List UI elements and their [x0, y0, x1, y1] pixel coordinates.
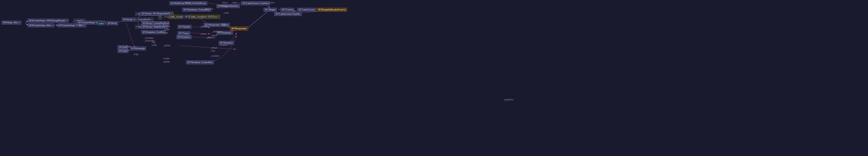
- label-translate: _translate: [144, 37, 153, 39]
- node-SFYTracer[interactable]: SFYTracer: [178, 31, 190, 35]
- label-graphics-detected: graphics: [505, 98, 514, 101]
- label-distributor: _distributor: [212, 30, 222, 33]
- node-SFXArray[interactable]: SFXArray: [106, 22, 118, 25]
- node-T: T: [158, 15, 162, 19]
- node-SFXRGBColor[interactable]: SFXRGBColor: [191, 1, 207, 5]
- label-real: _real: [210, 50, 215, 52]
- label-focus: focus: [223, 1, 228, 4]
- label-font: _font: [163, 32, 168, 34]
- label-virtual: _virtual: [210, 46, 217, 49]
- label-color-sfxrgb: _color: [183, 1, 189, 4]
- label-node-2: _node: [163, 28, 169, 31]
- node-SFXGraphics[interactable]: SFXGraphics: [177, 35, 191, 39]
- node-SFAHeap[interactable]: SFAHeap< Alloc >: [2, 21, 21, 24]
- label-flag: _flag: [221, 23, 225, 26]
- label-color-label: _color: [269, 1, 274, 4]
- svg-line-1: [25, 23, 28, 25]
- label-node-1: _node: [163, 22, 169, 24]
- label-color-top: _color: [231, 1, 237, 4]
- node-SFXRectangle[interactable]: SFXRectangle: [130, 46, 146, 50]
- label-render: render: [163, 57, 169, 60]
- node-SFYLabelControl[interactable]: SFYLabelControl: [298, 8, 316, 11]
- node-SFAClusterHeap-SFD[interactable]: SFAClusterHeap< SFDDebugAllocator >: [28, 19, 68, 23]
- label-renderer: _renderer: [219, 44, 228, 46]
- node-SFYLabelControl-KeyRec[interactable]: SFYLabelControl::KeyRec: [274, 12, 302, 16]
- label-size: _size: [125, 49, 130, 52]
- node-buffer: buffer: [98, 22, 105, 26]
- label-dcontext: _dcontext: [204, 8, 213, 10]
- node-SFXGraphics-FontRec[interactable]: SFXGraphics::FontRec: [142, 30, 166, 34]
- node-SFYHandler[interactable]: SFYHandler: [178, 25, 191, 29]
- label-cache: _cache: [163, 25, 170, 28]
- node-SFAClusterHeap-Alloc[interactable]: SFAClusterHeap< Alloc >: [28, 24, 54, 27]
- node-SFYRenderer-ContextRec[interactable]: SFYRenderer::ContextRec: [186, 61, 214, 64]
- node-SFXArray-SFYResponderPtr[interactable]: SFXArray< SFYResponderPtr >: [141, 12, 173, 15]
- label-handler: _handler: [200, 25, 208, 28]
- svg-line-21: [247, 10, 270, 28]
- label-rcontext: _rcontext: [210, 55, 219, 57]
- node-SFYWidget[interactable]: SFYWidget: [264, 8, 277, 11]
- label-background: background: [220, 5, 231, 7]
- node-SFYResponder[interactable]: SFYResponder: [230, 27, 248, 30]
- svg-line-0: [25, 21, 28, 22]
- label-key: _key: [292, 10, 297, 12]
- node-static-exception-SFCError[interactable]: static_exception< SFCError >: [190, 15, 220, 19]
- label-global: _global: [163, 44, 170, 46]
- label-update: update: [163, 61, 170, 63]
- label-graphics: _graphics: [206, 36, 215, 39]
- node-SFZSingleEditLabelControl[interactable]: SFZSingleEditLabelControl: [317, 8, 347, 11]
- label-tracer: _tracer: [200, 33, 207, 35]
- label-uclip: _uclip: [151, 44, 157, 46]
- label-origin: _origin: [125, 45, 131, 48]
- node-SFYLabelControl-ColorRec[interactable]: SFYLabelControl::ColorRec: [241, 1, 270, 5]
- node-CacheRecPtr-tmpl: < CacheRecPtr >: [135, 18, 153, 22]
- label-clip: _clip: [151, 41, 156, 43]
- label-child: _child: [223, 12, 228, 14]
- label-orige: orige: [134, 53, 138, 55]
